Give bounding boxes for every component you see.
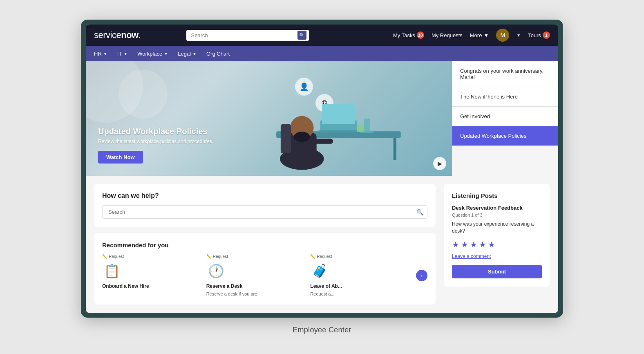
star-rating[interactable]: ★ ★ ★ ★ ★	[452, 240, 542, 249]
screen-wrapper: servicenow. 🔍 My Tasks 10 My Requests Mo…	[81, 20, 563, 318]
avatar-initial: M	[500, 32, 505, 38]
rec-item-leave: ✏️ Request 🧳 Leave of Ab... Request a...	[310, 254, 408, 296]
search-input[interactable]	[186, 30, 309, 41]
clock-icon: 🕐	[208, 263, 224, 279]
logo: servicenow.	[94, 30, 141, 40]
screen-inner: servicenow. 🔍 My Tasks 10 My Requests Mo…	[86, 25, 558, 313]
help-search-wrap: 🔍	[102, 205, 427, 219]
hero-content: 👤 © 🙂	[86, 61, 452, 176]
my-tasks-label: My Tasks	[393, 32, 415, 38]
listening-card: Listening Posts Desk Reservation Feedbac…	[444, 184, 550, 287]
my-requests-nav[interactable]: My Requests	[432, 32, 463, 38]
rec-label-desk: Reserve a Desk	[206, 283, 243, 289]
subnav-workplace[interactable]: Workplace ▼	[137, 46, 168, 61]
sub-nav: HR ▼ IT ▼ Workplace ▼ Legal ▼ Org Chart	[86, 46, 558, 61]
recommended-items: ✏️ Request 📋 Onboard a New Hire ✏️	[102, 254, 427, 296]
star-4[interactable]: ★	[479, 240, 486, 249]
submit-button[interactable]: Submit	[452, 265, 542, 278]
feedback-title: Desk Reservation Feedback	[452, 205, 542, 211]
star-3[interactable]: ★	[470, 240, 477, 249]
svg-point-12	[294, 132, 310, 142]
clipboard-icon: 📋	[104, 263, 120, 279]
content-right: Listening Posts Desk Reservation Feedbac…	[444, 184, 550, 305]
pencil-icon: ✏️	[102, 254, 107, 259]
play-button[interactable]: ▶	[433, 157, 446, 170]
workplace-chevron-icon: ▼	[164, 52, 168, 56]
tours-badge: 1	[543, 31, 550, 39]
it-chevron-icon: ▼	[123, 52, 127, 56]
subnav-it-label: IT	[117, 51, 122, 57]
watch-now-button[interactable]: Watch Now	[98, 151, 143, 164]
hero-sidebar: Congrats on your work anniversary, Maria…	[452, 61, 558, 176]
rec-item-desk: ✏️ Request 🕐 Reserve a Desk Reserve a de…	[206, 254, 304, 296]
subnav-workplace-label: Workplace	[137, 51, 162, 57]
leave-comment-link[interactable]: Leave a comment	[452, 253, 542, 259]
recommended-card: Recommended for you ✏️ Request 📋 Onboard…	[94, 233, 436, 305]
star-5[interactable]: ★	[488, 240, 495, 249]
legal-chevron-icon: ▼	[192, 52, 197, 56]
more-chevron-icon: ▼	[483, 32, 489, 38]
subnav-orgchart[interactable]: Org Chart	[206, 46, 230, 61]
rec-badge-onboard: ✏️ Request	[102, 254, 124, 259]
sidebar-panel-get-involved[interactable]: Get Involved	[452, 107, 558, 126]
hero-illustration	[196, 61, 452, 176]
my-requests-label: My Requests	[432, 32, 463, 38]
rec-icon-leave: 🧳	[310, 261, 330, 281]
svg-rect-4	[318, 130, 359, 132]
star-1[interactable]: ★	[452, 240, 459, 249]
subnav-hr[interactable]: HR ▼	[94, 46, 107, 61]
pencil-icon-3: ✏️	[310, 254, 315, 259]
rec-item-onboard: ✏️ Request 📋 Onboard a New Hire	[102, 254, 200, 289]
svg-rect-5	[322, 104, 355, 124]
hr-chevron-icon: ▼	[103, 52, 107, 56]
question-number: Question 1 of 3	[452, 213, 542, 217]
more-nav[interactable]: More ▼	[470, 32, 489, 38]
hero-subtitle: Review the latest workplace policies and…	[98, 139, 213, 144]
page-caption: Employee Center	[293, 326, 351, 334]
svg-rect-6	[364, 119, 370, 132]
subnav-it[interactable]: IT ▼	[117, 46, 127, 61]
avatar[interactable]: M	[496, 29, 509, 42]
tours-label: Tours	[528, 32, 541, 38]
subnav-legal[interactable]: Legal ▼	[178, 46, 197, 61]
rec-label-leave: Leave of Ab...	[310, 283, 342, 289]
my-tasks-badge: 10	[417, 31, 424, 39]
rec-sublabel-leave: Request a...	[310, 291, 334, 296]
rec-badge-desk: ✏️ Request	[206, 254, 228, 259]
svg-rect-2	[394, 138, 396, 160]
nav-right: My Tasks 10 My Requests More ▼ M ▼ Tours…	[393, 29, 550, 42]
recommended-title: Recommended for you	[102, 242, 427, 249]
search-icon-button[interactable]: 🔍	[297, 31, 306, 40]
pencil-icon-2: ✏️	[206, 254, 211, 259]
subnav-orgchart-label: Org Chart	[206, 51, 230, 57]
svg-rect-14	[281, 124, 291, 153]
help-search-input[interactable]	[102, 205, 427, 219]
main-content: How can we help? 🔍 Recommended for you ✏…	[86, 176, 558, 313]
hero-text: Updated Workplace Policies Review the la…	[98, 127, 213, 164]
top-nav: servicenow. 🔍 My Tasks 10 My Requests Mo…	[86, 25, 558, 46]
my-tasks-nav[interactable]: My Tasks 10	[393, 31, 424, 39]
rec-label-onboard: Onboard a New Hire	[102, 283, 149, 289]
bg-circle-2	[119, 69, 168, 119]
sidebar-panel-anniversary[interactable]: Congrats on your work anniversary, Maria…	[452, 61, 558, 87]
content-left: How can we help? 🔍 Recommended for you ✏…	[94, 184, 436, 305]
tours-nav[interactable]: Tours 1	[528, 31, 550, 39]
rec-badge-leave: ✏️ Request	[310, 254, 332, 259]
hero-section: 👤 © 🙂	[86, 61, 558, 176]
sidebar-panel-workplace-policies[interactable]: Updated Workplace Policies	[452, 126, 558, 146]
rec-next-arrow[interactable]: ›	[416, 270, 427, 281]
listening-posts-title: Listening Posts	[452, 192, 542, 199]
luggage-icon: 🧳	[312, 263, 328, 279]
subnav-hr-label: HR	[94, 51, 102, 57]
feedback-question: How was your experience reserving a desk…	[452, 221, 542, 235]
rec-icon-desk: 🕐	[206, 261, 226, 281]
help-card: How can we help? 🔍	[94, 184, 436, 227]
search-bar: 🔍	[186, 30, 309, 41]
sidebar-panel-iphone[interactable]: The New iPhone is Here	[452, 87, 558, 107]
subnav-legal-label: Legal	[178, 51, 191, 57]
star-2[interactable]: ★	[461, 240, 468, 249]
more-label: More	[470, 32, 482, 38]
help-title: How can we help?	[102, 192, 427, 199]
rec-icon-onboard: 📋	[102, 261, 122, 281]
rec-sublabel-desk: Reserve a desk if you are	[206, 291, 257, 296]
